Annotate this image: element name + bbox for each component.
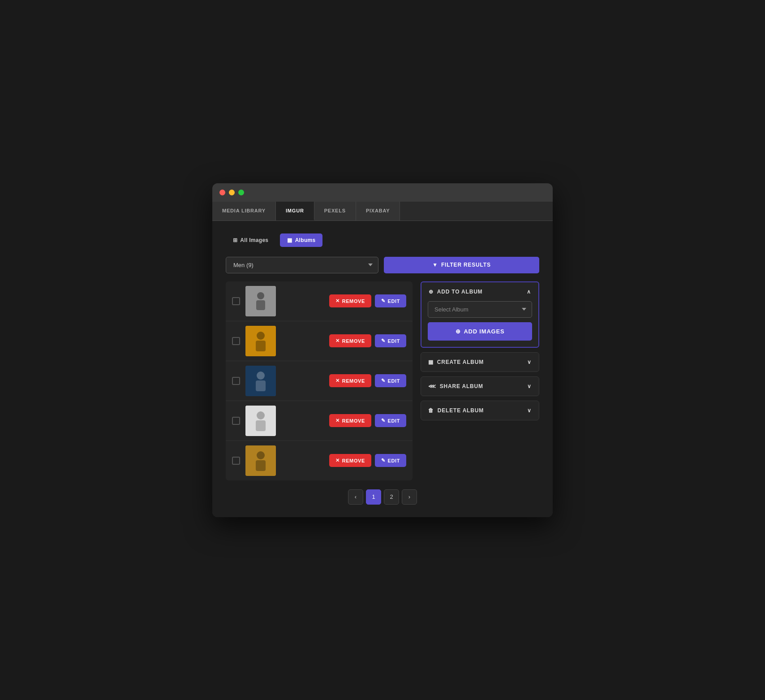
share-album-title: SHARE ALBUM <box>440 383 483 389</box>
svg-point-5 <box>257 332 265 340</box>
remove-button-4[interactable]: ✕ REMOVE <box>329 414 371 427</box>
chevron-up-icon: ∧ <box>527 289 531 295</box>
tab-imgur[interactable]: IMGUR <box>276 202 314 220</box>
edit-label: EDIT <box>388 378 400 384</box>
close-button[interactable] <box>219 190 225 195</box>
edit-button-3[interactable]: ✎ EDIT <box>375 374 406 387</box>
remove-button-5[interactable]: ✕ REMOVE <box>329 454 371 467</box>
chevron-down-icon: ∨ <box>527 407 532 414</box>
row-checkbox-4[interactable] <box>232 417 240 425</box>
edit-icon: ✎ <box>381 418 386 423</box>
maximize-button[interactable] <box>238 190 244 195</box>
share-icon: ⋘ <box>428 383 436 389</box>
share-album-header[interactable]: ⋘ SHARE ALBUM ∨ <box>421 377 539 396</box>
edit-button-1[interactable]: ✎ EDIT <box>375 294 406 307</box>
right-panel: ⊕ ADD TO ALBUM ∧ Select Album ⊕ ADD IMAG… <box>421 281 539 480</box>
add-images-button[interactable]: ⊕ ADD IMAGES <box>428 322 532 341</box>
thumbnail-5 <box>245 445 276 476</box>
edit-button-4[interactable]: ✎ EDIT <box>375 414 406 427</box>
svg-rect-12 <box>256 420 266 431</box>
main-layout: ✕ REMOVE ✎ EDIT <box>226 281 539 480</box>
remove-label: REMOVE <box>342 378 365 384</box>
albums-toggle[interactable]: ▦ Albums <box>280 233 322 247</box>
select-album-dropdown[interactable]: Select Album <box>428 301 532 318</box>
thumbnail-4 <box>245 406 276 436</box>
trash-icon: 🗑 <box>428 407 434 414</box>
edit-button-5[interactable]: ✎ EDIT <box>375 454 406 467</box>
plus-icon: ⊕ <box>456 328 461 335</box>
add-to-album-header-left: ⊕ ADD TO ALBUM <box>429 289 482 295</box>
remove-label: REMOVE <box>342 418 365 423</box>
controls-row: Men (9) ▼ FILTER RESULTS <box>226 257 539 273</box>
svg-point-11 <box>257 411 265 419</box>
share-album-header-left: ⋘ SHARE ALBUM <box>428 383 483 389</box>
x-icon: ✕ <box>335 298 340 304</box>
create-album-section: ▦ CREATE ALBUM ∨ <box>421 352 539 372</box>
x-icon: ✕ <box>335 418 340 423</box>
row-checkbox-2[interactable] <box>232 337 240 345</box>
row-checkbox-1[interactable] <box>232 297 240 305</box>
add-to-album-header[interactable]: ⊕ ADD TO ALBUM ∧ <box>421 282 538 301</box>
row-actions-1: ✕ REMOVE ✎ EDIT <box>329 294 406 307</box>
add-images-label: ADD IMAGES <box>464 328 504 335</box>
all-images-toggle[interactable]: ⊞ All Images <box>226 233 275 247</box>
x-icon: ✕ <box>335 378 340 384</box>
page-2-button[interactable]: 2 <box>384 489 399 505</box>
page-1-button[interactable]: 1 <box>366 489 381 505</box>
pagination: ‹ 1 2 › <box>226 489 539 505</box>
filter-button[interactable]: ▼ FILTER RESULTS <box>384 257 539 273</box>
create-album-title: CREATE ALBUM <box>437 359 484 365</box>
add-to-album-title: ADD TO ALBUM <box>437 289 483 295</box>
remove-button-1[interactable]: ✕ REMOVE <box>329 294 371 307</box>
row-actions-2: ✕ REMOVE ✎ EDIT <box>329 334 406 347</box>
image-list: ✕ REMOVE ✎ EDIT <box>226 281 413 480</box>
tab-media-library[interactable]: MEDIA LIBRARY <box>212 202 276 220</box>
svg-rect-6 <box>256 341 266 351</box>
minimize-button[interactable] <box>229 190 235 195</box>
edit-icon: ✎ <box>381 338 386 344</box>
edit-icon: ✎ <box>381 378 386 384</box>
edit-label: EDIT <box>388 298 400 304</box>
view-toggle: ⊞ All Images ▦ Albums <box>226 233 539 247</box>
svg-point-2 <box>257 292 264 299</box>
albums-label: Albums <box>295 237 316 243</box>
remove-button-2[interactable]: ✕ REMOVE <box>329 334 371 347</box>
add-to-album-section: ⊕ ADD TO ALBUM ∧ Select Album ⊕ ADD IMAG… <box>421 281 539 348</box>
edit-label: EDIT <box>388 338 400 344</box>
create-album-header[interactable]: ▦ CREATE ALBUM ∨ <box>421 353 539 372</box>
svg-rect-3 <box>256 300 265 310</box>
delete-album-section: 🗑 DELETE ALBUM ∨ <box>421 401 539 420</box>
table-row: ✕ REMOVE ✎ EDIT <box>226 441 413 480</box>
row-actions-4: ✕ REMOVE ✎ EDIT <box>329 414 406 427</box>
tabs-bar: MEDIA LIBRARY IMGUR PEXELS PIXABAY <box>212 202 553 221</box>
remove-button-3[interactable]: ✕ REMOVE <box>329 374 371 387</box>
main-content: ⊞ All Images ▦ Albums Men (9) ▼ FILTER R… <box>212 221 553 517</box>
thumbnail-2 <box>245 326 276 356</box>
delete-album-title: DELETE ALBUM <box>438 407 484 414</box>
add-to-album-body: Select Album ⊕ ADD IMAGES <box>421 301 538 347</box>
edit-button-2[interactable]: ✎ EDIT <box>375 334 406 347</box>
tab-pexels[interactable]: PEXELS <box>314 202 356 220</box>
remove-label: REMOVE <box>342 458 365 463</box>
svg-rect-9 <box>256 380 266 391</box>
thumbnail-3 <box>245 366 276 396</box>
row-checkbox-5[interactable] <box>232 457 240 465</box>
title-bar <box>212 183 553 202</box>
all-images-icon: ⊞ <box>233 237 237 243</box>
albums-icon: ▦ <box>287 237 292 243</box>
edit-icon: ✎ <box>381 458 386 463</box>
prev-page-button[interactable]: ‹ <box>348 489 363 505</box>
chevron-down-icon: ∨ <box>527 359 532 365</box>
delete-album-header[interactable]: 🗑 DELETE ALBUM ∨ <box>421 401 539 420</box>
chevron-down-icon: ∨ <box>527 383 532 389</box>
album-dropdown[interactable]: Men (9) <box>226 257 378 273</box>
app-window: MEDIA LIBRARY IMGUR PEXELS PIXABAY ⊞ All… <box>212 183 553 517</box>
delete-album-header-left: 🗑 DELETE ALBUM <box>428 407 484 414</box>
remove-label: REMOVE <box>342 298 365 304</box>
svg-point-8 <box>257 372 265 380</box>
filter-icon: ▼ <box>432 262 438 268</box>
row-checkbox-3[interactable] <box>232 377 240 385</box>
thumbnail-1 <box>245 286 276 316</box>
tab-pixabay[interactable]: PIXABAY <box>356 202 400 220</box>
next-page-button[interactable]: › <box>402 489 417 505</box>
